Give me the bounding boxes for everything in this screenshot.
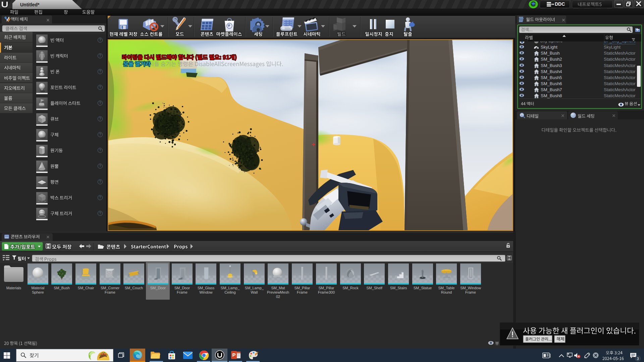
svg-text:P: P bbox=[232, 352, 235, 358]
